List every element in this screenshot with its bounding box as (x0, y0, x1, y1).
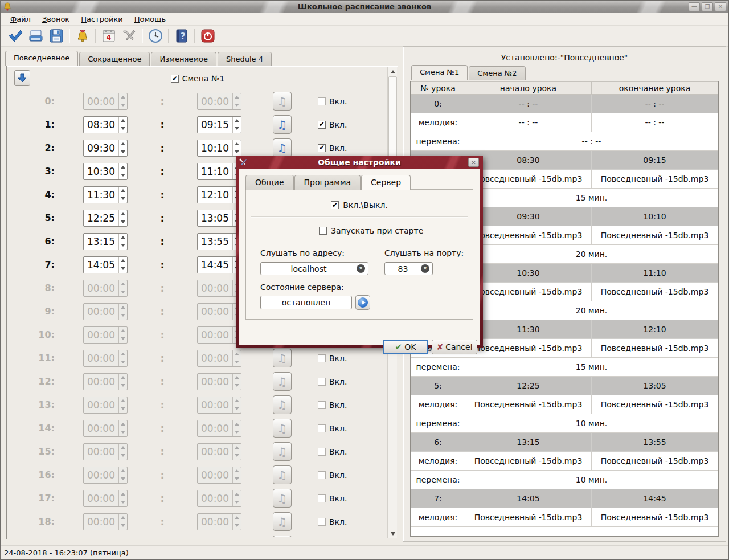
start-server-button[interactable] (355, 295, 370, 310)
end-time-spinbox[interactable]: 00:00 (197, 537, 241, 538)
end-time-spinbox[interactable]: 00:00 (197, 397, 241, 414)
start-time-spinbox[interactable]: 00:00 (83, 326, 128, 344)
save-button[interactable] (47, 27, 65, 44)
dialog-tab-2[interactable]: Программа (294, 175, 361, 190)
end-time-spinbox[interactable]: 00:00 (197, 93, 241, 110)
bell-button[interactable] (73, 27, 92, 44)
enable-checkbox[interactable]: Вкл. (318, 400, 347, 410)
help-button[interactable]: ? (173, 27, 191, 44)
start-time-spinbox[interactable]: 00:00 (83, 513, 128, 530)
enable-checkbox[interactable]: Вкл. (318, 517, 347, 526)
start-time-spinbox[interactable]: 00:00 (83, 93, 128, 110)
start-time-spinbox[interactable]: 08:30 (83, 116, 128, 133)
server-onoff-checkbox[interactable]: Вкл.\Выкл. (246, 201, 473, 210)
enable-checkbox-box[interactable] (318, 471, 326, 479)
print-button[interactable] (27, 27, 45, 44)
scroll-down-icon[interactable] (388, 529, 397, 538)
enable-checkbox[interactable]: Вкл. (318, 120, 347, 129)
end-time-spinbox[interactable]: 00:00 (197, 420, 241, 437)
dialog-tab-1[interactable]: Общие (245, 175, 294, 190)
minimize-icon[interactable]: — (689, 2, 700, 11)
melody-button[interactable]: ♫ (273, 489, 292, 508)
scroll-up-icon[interactable] (388, 67, 397, 76)
shift1-checkbox-box[interactable] (171, 75, 179, 83)
maximize-icon[interactable]: ❐ (702, 2, 713, 11)
start-time-spinbox[interactable]: 14:05 (83, 256, 128, 273)
end-time-spinbox[interactable]: 00:00 (197, 280, 241, 297)
autostart-checkbox-box[interactable] (319, 227, 327, 235)
clear-address-icon[interactable]: ✕ (357, 264, 365, 273)
apply-button[interactable] (6, 27, 24, 44)
end-time-spinbox[interactable]: 00:00 (197, 467, 241, 484)
download-button[interactable] (14, 70, 30, 86)
tab-shift-2[interactable]: Смена №2 (469, 66, 525, 80)
melody-button[interactable]: ♫ (273, 395, 292, 414)
dialog-tab-3[interactable]: Сервер (361, 175, 411, 190)
end-time-spinbox[interactable]: 11:10 (197, 163, 241, 180)
start-time-spinbox[interactable]: 00:00 (83, 280, 128, 297)
exit-button[interactable] (199, 27, 217, 44)
tab-shift-1[interactable]: Смена №1 (411, 65, 468, 80)
end-time-spinbox[interactable]: 00:00 (197, 303, 241, 320)
start-time-spinbox[interactable]: 00:00 (83, 490, 128, 507)
melody-button[interactable]: ♫ (273, 512, 292, 531)
enable-checkbox-box[interactable] (318, 354, 326, 362)
dialog-close-icon[interactable]: ✕ (468, 158, 479, 167)
melody-button[interactable]: ♫ (273, 442, 292, 461)
start-time-spinbox[interactable]: 10:30 (83, 163, 128, 180)
enable-checkbox[interactable]: Вкл. (318, 144, 347, 153)
start-time-spinbox[interactable]: 00:00 (83, 350, 128, 367)
end-time-spinbox[interactable]: 13:55 (197, 233, 241, 250)
enable-checkbox[interactable]: Вкл. (318, 354, 347, 363)
enable-checkbox-box[interactable] (318, 494, 326, 502)
melody-button[interactable]: ♫ (273, 115, 292, 134)
ok-button[interactable]: ✔ OK (383, 340, 428, 354)
start-time-spinbox[interactable]: 00:00 (83, 467, 128, 484)
tab-schedule-4[interactable]: Shedule 4 (218, 52, 272, 66)
listen-port-input[interactable]: 83 ✕ (384, 262, 433, 275)
melody-button[interactable]: ♫ (273, 372, 292, 391)
end-time-spinbox[interactable]: 00:00 (197, 350, 241, 367)
start-time-spinbox[interactable]: 12:25 (83, 210, 128, 227)
tab-schedule-3[interactable]: Изменяемое (151, 52, 216, 66)
end-time-spinbox[interactable]: 09:15 (197, 116, 241, 133)
melody-button[interactable]: ♫ (273, 419, 292, 438)
melody-button[interactable]: ♫ (273, 349, 292, 367)
enable-checkbox-box[interactable] (318, 448, 326, 456)
end-time-spinbox[interactable]: 10:10 (197, 140, 241, 157)
tab-schedule-1[interactable]: Повседневное (5, 51, 78, 66)
melody-button[interactable]: ♫ (273, 138, 292, 157)
enable-checkbox[interactable]: Вкл. (318, 471, 347, 480)
enable-checkbox-box[interactable] (318, 518, 326, 526)
menu-Помощь[interactable]: Помощь (129, 14, 171, 24)
end-time-spinbox[interactable]: 00:00 (197, 513, 241, 530)
start-time-spinbox[interactable]: 11:30 (83, 186, 128, 203)
end-time-spinbox[interactable]: 00:00 (197, 373, 241, 390)
enable-checkbox[interactable]: Вкл. (318, 424, 347, 433)
settings-button[interactable] (120, 27, 138, 44)
melody-button[interactable]: ♫ (273, 536, 292, 537)
clear-port-icon[interactable]: ✕ (421, 264, 429, 273)
start-time-spinbox[interactable]: 09:30 (83, 140, 128, 157)
enable-checkbox[interactable]: Вкл. (318, 447, 347, 456)
enable-checkbox-box[interactable] (318, 378, 326, 386)
start-time-spinbox[interactable]: 00:00 (83, 303, 128, 320)
menu-Файл[interactable]: Файл (5, 14, 36, 24)
start-time-spinbox[interactable]: 00:00 (83, 397, 128, 414)
end-time-spinbox[interactable]: 00:00 (197, 490, 241, 507)
clock-button[interactable] (146, 27, 165, 44)
start-time-spinbox[interactable]: 00:00 (83, 373, 128, 390)
melody-button[interactable]: ♫ (273, 92, 292, 111)
enable-checkbox[interactable]: Вкл. (318, 377, 347, 386)
listen-address-input[interactable]: localhost ✕ (260, 262, 368, 275)
end-time-spinbox[interactable]: 00:00 (197, 326, 241, 344)
start-time-spinbox[interactable]: 00:00 (83, 537, 128, 538)
menu-Настройки[interactable]: Настройки (76, 14, 128, 24)
enable-checkbox[interactable]: Вкл. (318, 494, 347, 503)
end-time-spinbox[interactable]: 00:00 (197, 443, 241, 460)
close-icon[interactable]: ✕ (715, 2, 726, 11)
melody-button[interactable]: ♫ (273, 465, 292, 484)
enable-checkbox-box[interactable] (318, 121, 326, 129)
autostart-checkbox[interactable]: Запускать при старте (319, 226, 423, 235)
end-time-spinbox[interactable]: 14:45 (197, 256, 241, 273)
